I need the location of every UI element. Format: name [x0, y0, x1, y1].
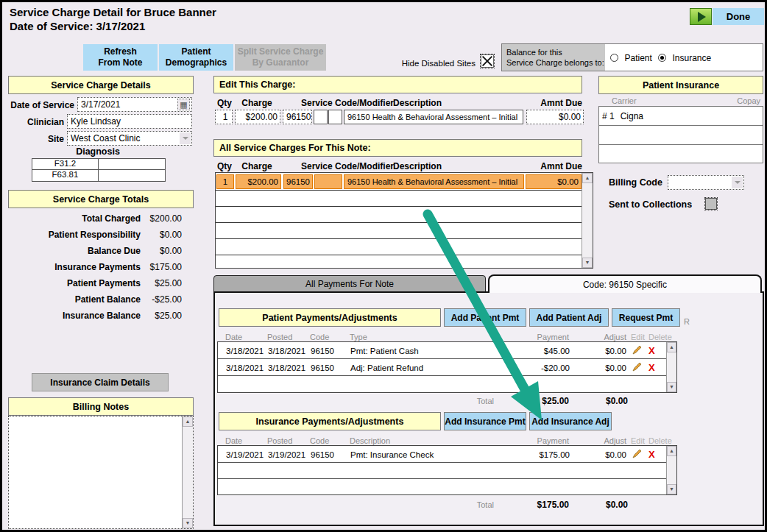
pp-col-posted: Posted: [267, 333, 292, 341]
patient-payments-label: Patient Payments: [2, 278, 141, 288]
edit-this-charge-header: Edit This Charge:: [213, 76, 582, 93]
refresh-from-note-button[interactable]: Refresh From Note: [83, 44, 158, 71]
radio-patient[interactable]: Patient: [610, 51, 652, 64]
patient-payments-scrollbar[interactable]: ▲ ▼: [666, 342, 676, 392]
chevron-down-icon[interactable]: [732, 177, 743, 188]
edit-modifier2-field[interactable]: [328, 110, 342, 124]
date-of-service-field[interactable]: 3/17/2021 ▦: [77, 97, 192, 112]
delete-x-icon[interactable]: X: [648, 342, 655, 359]
clinician-field[interactable]: Kyle Lindsay: [67, 114, 192, 129]
insurance-claim-details-button[interactable]: Insurance Claim Details: [32, 373, 169, 391]
calendar-icon[interactable]: ▦: [177, 99, 190, 110]
billing-code-dropdown[interactable]: [668, 175, 744, 190]
scroll-up-icon[interactable]: ▲: [582, 173, 593, 183]
table-row[interactable]: 3/18/2021 3/18/2021 96150 Adj: Patient R…: [218, 359, 676, 376]
patient-demographics-button[interactable]: Patient Demographics: [159, 44, 233, 71]
scroll-down-icon[interactable]: ▼: [667, 484, 676, 494]
carrier-name: Cigna: [621, 111, 643, 121]
delete-x-icon[interactable]: X: [648, 446, 655, 463]
ip-col-date: Date: [225, 436, 242, 445]
request-pmt-button[interactable]: Request Pmt: [612, 308, 680, 327]
scroll-up-icon[interactable]: ▲: [667, 446, 676, 456]
billing-notes-scrollbar[interactable]: ▲ ▼: [182, 416, 193, 528]
charge-row-modifiers[interactable]: [314, 174, 342, 189]
carrier-row-1[interactable]: # 1 Cigna: [599, 107, 763, 126]
split-service-charge-button: Split Service Charge By Guarantor: [235, 44, 326, 71]
add-patient-adj-button[interactable]: Add Patient Adj: [529, 308, 609, 327]
patient-balance-label: Patient Balance: [2, 294, 141, 305]
table-row-empty[interactable]: [218, 463, 676, 479]
ip-row1-adjust: $0.00: [583, 446, 626, 463]
insurance-payments-scrollbar[interactable]: ▲ ▼: [666, 446, 676, 494]
radio-insurance-circle[interactable]: [658, 54, 666, 62]
diagnosis-code-2[interactable]: F63.81: [32, 170, 99, 182]
billing-notes-textarea[interactable]: ▲ ▼: [8, 416, 194, 529]
play-triangle-icon: [698, 12, 706, 22]
radio-patient-circle[interactable]: [610, 54, 618, 62]
scroll-track[interactable]: [667, 456, 676, 484]
add-insurance-pmt-button[interactable]: Add Insurance Pmt: [444, 412, 526, 430]
table-row-empty[interactable]: [218, 376, 676, 392]
ip-total-label: Total: [444, 500, 494, 509]
tab-all-payments[interactable]: All Payments For Note: [213, 275, 486, 292]
diagnosis-code-4[interactable]: [99, 170, 166, 182]
edit-service-code-field[interactable]: 96150: [283, 110, 312, 124]
edit-description-field[interactable]: 96150 Health & Behavioral Assessment – I…: [344, 110, 523, 124]
edit-amnt-due-field[interactable]: $0.00: [526, 110, 584, 124]
add-patient-pmt-button[interactable]: Add Patient Pmt: [444, 308, 526, 327]
ip-row1-description: Pmt: Insurance Check: [350, 446, 434, 463]
scroll-down-icon[interactable]: ▼: [667, 382, 676, 392]
ip-row1-code: 96150: [311, 446, 334, 463]
delete-x-icon[interactable]: X: [648, 359, 655, 376]
table-row[interactable]: 3/18/2021 3/18/2021 96150 Pmt: Patient C…: [218, 342, 676, 359]
edit-charge-field[interactable]: $200.00: [235, 110, 280, 124]
diagnosis-code-3[interactable]: [99, 159, 166, 170]
charge-row-qty[interactable]: 1: [216, 174, 234, 189]
edit-pencil-icon[interactable]: [632, 345, 642, 355]
site-label: Site: [2, 134, 64, 144]
carrier-row-2[interactable]: [599, 126, 763, 145]
all-col-desc: Description: [381, 161, 454, 171]
scroll-track[interactable]: [183, 427, 193, 518]
scroll-track[interactable]: [667, 352, 676, 382]
tab-code-specific[interactable]: Code: 96150 Specific: [488, 274, 762, 293]
carrier-number: # 1: [602, 111, 615, 121]
page-title: Service Charge Detail for Bruce Banner: [10, 6, 216, 18]
scroll-up-icon[interactable]: ▲: [667, 342, 676, 352]
scroll-down-icon[interactable]: ▼: [582, 258, 593, 268]
edit-pencil-icon[interactable]: [632, 362, 642, 372]
charge-row-code[interactable]: 96150: [283, 174, 313, 189]
carrier-row-3[interactable]: [599, 145, 763, 163]
edit-qty-field[interactable]: 1: [215, 110, 233, 124]
ip-col-code: Code: [310, 436, 329, 445]
edit-pencil-icon[interactable]: [632, 449, 642, 459]
hide-disabled-sites-checkbox[interactable]: [481, 54, 494, 68]
all-charges-scrollbar[interactable]: ▲ ▼: [582, 173, 593, 268]
pp-total-adjust: $0.00: [584, 396, 628, 406]
scroll-up-icon[interactable]: ▲: [183, 416, 193, 427]
scroll-track[interactable]: [582, 183, 593, 258]
diagnosis-code-1[interactable]: F31.2: [32, 159, 99, 170]
charge-row-amnt[interactable]: $0.00: [526, 174, 582, 189]
insurance-balance-value: $25.00: [135, 311, 182, 321]
table-row[interactable]: 3/19/2021 3/19/2021 96150 Pmt: Insurance…: [218, 446, 676, 463]
insurance-balance-label: Insurance Balance: [2, 311, 141, 321]
radio-insurance[interactable]: Insurance: [658, 51, 711, 64]
site-dropdown[interactable]: West Coast Clinic: [67, 131, 192, 146]
scroll-down-icon[interactable]: ▼: [183, 518, 193, 528]
chevron-down-icon[interactable]: [180, 132, 191, 144]
sent-to-collections-checkbox[interactable]: [705, 198, 717, 210]
ip-row1-posted: 3/19/2021: [268, 446, 305, 463]
diagnosis-table: F31.2 F63.81: [32, 158, 166, 182]
ip-row1-payment: $175.00: [518, 446, 570, 463]
insurance-payments-table: 3/19/2021 3/19/2021 96150 Pmt: Insurance…: [217, 445, 677, 495]
go-icon[interactable]: [690, 8, 712, 25]
edit-modifier1-field[interactable]: [314, 110, 328, 124]
done-button[interactable]: Done: [713, 8, 764, 25]
charge-row-description[interactable]: 96150 Health & Behavioral Assessment – I…: [344, 174, 524, 189]
charge-row-charge[interactable]: $200.00: [236, 174, 281, 189]
add-insurance-adj-button[interactable]: Add Insurance Adj: [529, 412, 612, 430]
patient-insurance-header: Patient Insurance: [598, 76, 763, 94]
table-row-empty[interactable]: [218, 479, 676, 494]
pp-col-date: Date: [225, 333, 242, 341]
